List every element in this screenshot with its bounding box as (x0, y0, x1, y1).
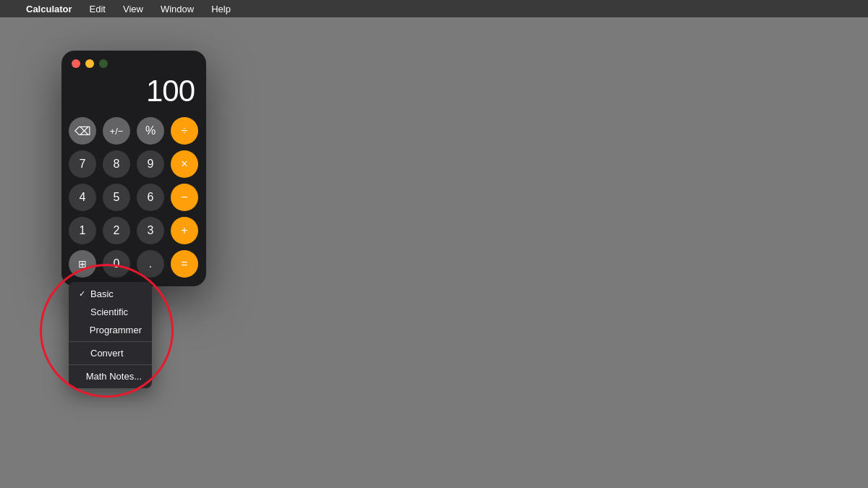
negate-button[interactable]: +/− (103, 117, 130, 145)
two-button[interactable]: 2 (103, 217, 130, 244)
six-button[interactable]: 6 (137, 184, 164, 211)
menu-calculator[interactable]: Calculator (23, 4, 75, 14)
subtract-button[interactable]: − (171, 184, 198, 211)
decimal-button[interactable]: . (137, 250, 164, 278)
separator-1 (69, 341, 152, 342)
programmer-label: Programmer (90, 325, 142, 335)
checkmark-icon: ✓ (79, 289, 88, 299)
convert-label: Convert (90, 348, 124, 359)
menu-help[interactable]: Help (208, 4, 234, 14)
nine-button[interactable]: 9 (137, 150, 164, 178)
separator-2 (69, 364, 152, 365)
menu-bar: Calculator Edit View Window Help (0, 0, 868, 17)
add-button[interactable]: + (171, 217, 198, 244)
menu-item-scientific[interactable]: Scientific (69, 303, 152, 321)
minimize-button[interactable] (85, 59, 94, 68)
menu-item-math-notes[interactable]: Math Notes... (69, 367, 152, 385)
calculator-display: 100 (61, 74, 206, 117)
three-button[interactable]: 3 (137, 217, 164, 244)
maximize-button[interactable] (99, 59, 108, 68)
menu-view[interactable]: View (120, 4, 146, 14)
zero-button[interactable]: 0 (103, 250, 130, 278)
four-button[interactable]: 4 (69, 184, 96, 211)
multiply-button[interactable]: × (171, 150, 198, 178)
menu-window[interactable]: Window (158, 4, 197, 14)
seven-button[interactable]: 7 (69, 150, 96, 178)
close-button[interactable] (72, 59, 80, 68)
title-bar (61, 51, 206, 74)
calculator-window: 100 ⌫ +/− % ÷ 7 8 9 × 4 5 6 − 1 2 3 + ⊞ … (61, 51, 206, 286)
mode-button[interactable]: ⊞ (69, 250, 96, 278)
menu-item-convert[interactable]: Convert (69, 344, 152, 362)
five-button[interactable]: 5 (103, 184, 130, 211)
divide-button[interactable]: ÷ (171, 117, 198, 145)
one-button[interactable]: 1 (69, 217, 96, 244)
equals-button[interactable]: = (171, 250, 198, 278)
math-notes-label: Math Notes... (86, 371, 142, 382)
percent-button[interactable]: % (137, 117, 164, 145)
menu-item-programmer[interactable]: Programmer (69, 321, 152, 339)
scientific-label: Scientific (90, 307, 128, 317)
basic-label: Basic (90, 288, 114, 299)
backspace-button[interactable]: ⌫ (69, 117, 96, 145)
view-context-menu: ✓ Basic Scientific Programmer Convert Ma… (69, 282, 152, 388)
menu-edit[interactable]: Edit (87, 4, 109, 14)
eight-button[interactable]: 8 (103, 150, 130, 178)
button-grid: ⌫ +/− % ÷ 7 8 9 × 4 5 6 − 1 2 3 + ⊞ 0 . … (61, 117, 206, 286)
menu-item-basic[interactable]: ✓ Basic (69, 285, 152, 303)
